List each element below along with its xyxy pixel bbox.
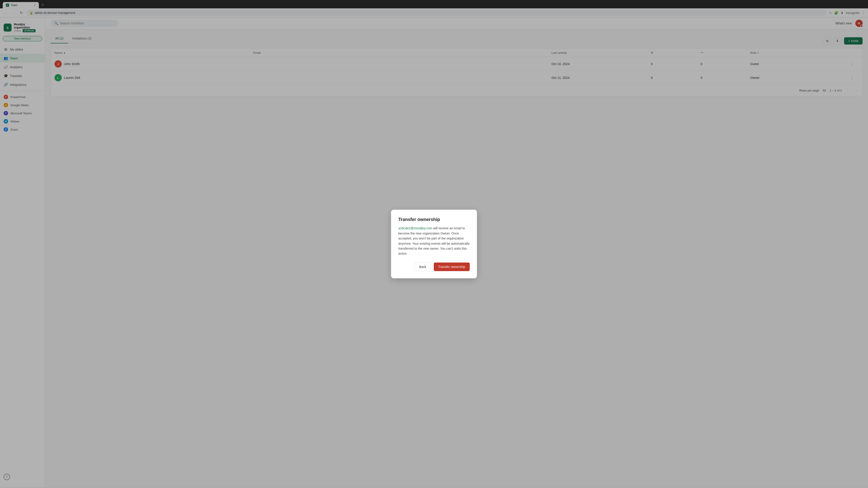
transfer-ownership-dialog: Transfer ownership a1bcde2@moodjoy.com w…	[391, 210, 477, 278]
transfer-ownership-button[interactable]: Transfer ownership	[434, 263, 470, 271]
dialog-body: a1bcde2@moodjoy.com will receive an emai…	[398, 226, 470, 256]
dialog-body-text: will receive an email to become the new …	[398, 226, 469, 255]
recipient-email: a1bcde2@moodjoy.com	[398, 226, 432, 230]
dialog-actions: Back Transfer ownership	[398, 263, 470, 271]
modal-overlay: Transfer ownership a1bcde2@moodjoy.com w…	[0, 0, 868, 488]
dialog-title: Transfer ownership	[398, 217, 470, 222]
back-button[interactable]: Back	[414, 263, 431, 271]
